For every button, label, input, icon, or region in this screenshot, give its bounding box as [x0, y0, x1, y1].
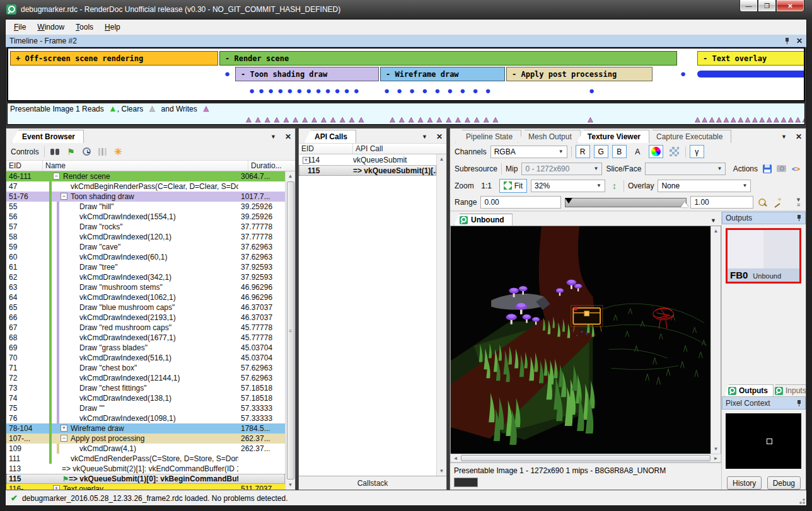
texture-preview-image[interactable]: [451, 226, 710, 454]
event-row[interactable]: 60 ⚑ vkCmdDrawIndexed(60,1) 37.62963: [6, 252, 285, 262]
tab-event-browser[interactable]: Event Browser: [11, 130, 84, 143]
texture-hscrollbar[interactable]: ◄ ►: [450, 454, 721, 462]
range-min-field[interactable]: 0.00: [480, 196, 561, 209]
red-channel-button[interactable]: R: [576, 145, 590, 158]
slice-face-select[interactable]: ▼: [645, 163, 726, 175]
zoom-percent-select[interactable]: 32%▼: [531, 180, 605, 192]
event-row[interactable]: 66 ⚑ vkCmdDrawIndexed(2193,1) 46.37037: [6, 313, 285, 323]
mip-select[interactable]: 0 - 1272x690▼: [521, 163, 602, 175]
close-icon[interactable]: ✕: [796, 37, 803, 45]
event-row[interactable]: 113 ⚑ => vkQueueSubmit(2)[1]: vkEndComma…: [6, 464, 285, 474]
usage-marker-cluster[interactable]: ▲: [586, 115, 596, 124]
callstack-footer[interactable]: Callstack: [299, 476, 446, 490]
timeline-track[interactable]: + Off-screen scene rendering- Render sce…: [7, 47, 805, 101]
menu-item[interactable]: Window: [32, 21, 70, 33]
usage-marker-cluster[interactable]: ▲▲▲▲▲▲▲▲▲▲▲▲: [388, 115, 501, 124]
event-row[interactable]: 74 ⚑ vkCmdDrawIndexed(138,1) 57.18518: [6, 393, 285, 403]
event-row[interactable]: 116-... + ⚑ Text overlay 511.7037: [6, 484, 285, 490]
scrollbar-thumb[interactable]: [461, 455, 710, 461]
chevron-down-icon[interactable]: ▼: [781, 134, 787, 140]
debug-button[interactable]: Debug: [767, 476, 801, 490]
timeline-draw-dots[interactable]: ●: [224, 69, 234, 78]
checkerboard-background-button[interactable]: [667, 145, 682, 158]
event-row[interactable]: 115 ⚑ => vkQueueSubmit(1)[0]: vkBeginCom…: [6, 474, 285, 484]
event-row[interactable]: 51-76 − ⚑ Toon shading draw 1017.7...: [6, 192, 285, 202]
timeline-section-bar[interactable]: + Off-screen scene rendering: [10, 51, 218, 66]
api-call-row[interactable]: 115 => vkQueueSubmit(1)[...: [299, 165, 436, 176]
event-row[interactable]: 46-111 − ⚑ Render scene 3064.7...: [6, 171, 285, 181]
zoom-1to1-button[interactable]: 1:1: [478, 179, 496, 192]
event-row[interactable]: 47 ⚑ vkCmdBeginRenderPass(C=Clear, D=Cle…: [6, 181, 285, 192]
save-texture-icon[interactable]: [762, 164, 772, 174]
timeline-section-bar[interactable]: - Render scene: [219, 51, 677, 66]
event-row[interactable]: 62 ⚑ vkCmdDrawIndexed(342,1) 37.92593: [6, 272, 285, 282]
event-row[interactable]: 63 ⚑ Draw "mushroom stems" 46.96296: [6, 282, 285, 292]
column-duration[interactable]: Duratio...: [248, 161, 295, 171]
scroll-up-icon[interactable]: ▲: [437, 154, 446, 164]
flip-vertical-icon[interactable]: ↕: [609, 181, 620, 191]
gamma-button[interactable]: γ: [690, 145, 704, 158]
snapshot-icon[interactable]: [776, 164, 787, 174]
toolbar-overflow-icon[interactable]: ▼≡: [796, 197, 801, 207]
alpha-channel-button[interactable]: A: [630, 145, 645, 158]
scroll-down-icon[interactable]: ▼: [286, 480, 295, 490]
black-point-handle[interactable]: [565, 198, 572, 204]
expander-icon[interactable]: +: [303, 157, 310, 164]
pixel-context-header[interactable]: Pixel Context: [722, 397, 806, 410]
event-row[interactable]: 75 ⚑ Draw "" 57.33333: [6, 403, 285, 413]
color-wheel-button[interactable]: [649, 145, 663, 158]
event-row[interactable]: 57 ⚑ Draw "rocks" 37.77778: [6, 222, 285, 232]
minimize-button[interactable]: —: [740, 0, 758, 12]
column-eid[interactable]: EID: [299, 144, 353, 154]
timeline-draw-dots[interactable]: ●: [680, 69, 690, 78]
pixel-context-view[interactable]: [726, 413, 801, 469]
find-icon[interactable]: [50, 147, 61, 157]
tab-inputs[interactable]: Inputs: [771, 384, 806, 396]
event-row[interactable]: 61 ⚑ Draw "tree" 37.92593: [6, 262, 285, 272]
texture-vscrollbar[interactable]: ▲ ▼: [710, 226, 721, 454]
event-row[interactable]: 76 ⚑ vkCmdDrawIndexed(1098,1) 57.33333: [6, 413, 285, 423]
fb0-thumbnail[interactable]: FB0 Unbound: [726, 228, 801, 284]
scroll-down-icon[interactable]: ▼: [437, 466, 446, 476]
scroll-up-icon[interactable]: ▲: [286, 171, 295, 181]
chevron-down-icon[interactable]: ▼: [270, 134, 276, 140]
statistics-icon[interactable]: [97, 147, 108, 157]
range-slider[interactable]: [565, 198, 687, 207]
event-row[interactable]: 111 ⚑ vkCmdEndRenderPass(C=Store, D=Stor…: [6, 454, 285, 464]
timeline-draw-dots[interactable]: ●●●●●●●●●●●●: [249, 86, 363, 95]
range-max-field[interactable]: 1.00: [690, 196, 753, 209]
event-row[interactable]: 65 ⚑ Draw "blue mushroom caps" 46.37037: [6, 302, 285, 313]
range-wand-icon[interactable]: [772, 197, 782, 207]
event-row[interactable]: 107-... − ⚑ Apply post processing 262.37…: [6, 433, 285, 444]
overlay-select[interactable]: None▼: [658, 180, 751, 192]
event-row[interactable]: 68 ⚑ vkCmdDrawIndexed(1677,1) 45.77778: [6, 333, 285, 343]
chevron-down-icon[interactable]: ▼: [705, 217, 721, 226]
timeline-panel-header[interactable]: Timeline - Frame #2 ✕: [6, 35, 806, 47]
open-custom-shader-icon[interactable]: <>: [791, 164, 801, 174]
event-row[interactable]: 72 ⚑ vkCmdDrawIndexed(12144,1) 57.62963: [6, 373, 285, 383]
pin-icon[interactable]: [796, 214, 802, 222]
expander-icon[interactable]: +: [53, 485, 60, 490]
expander-icon[interactable]: −: [61, 193, 67, 200]
event-row[interactable]: 59 ⚑ Draw "cave" 37.62963: [6, 242, 285, 252]
scroll-right-icon[interactable]: ►: [711, 454, 721, 462]
resize-grip[interactable]: [798, 497, 805, 504]
maximize-button[interactable]: ❐: [758, 0, 776, 12]
event-row[interactable]: 56 ⚑ vkCmdDrawIndexed(1554,1) 39.25926: [6, 212, 285, 222]
close-icon[interactable]: ✕: [796, 133, 802, 141]
event-row[interactable]: 71 ⚑ Draw "chest box" 57.62963: [6, 363, 285, 373]
menu-item[interactable]: Tools: [70, 21, 99, 33]
event-row[interactable]: 73 ⚑ Draw "chest fittings" 57.18518: [6, 383, 285, 393]
scroll-down-icon[interactable]: ▼: [711, 444, 721, 454]
close-button[interactable]: ✕: [776, 0, 804, 12]
panel-tab[interactable]: Pipeline State: [455, 130, 521, 143]
history-button[interactable]: History: [727, 476, 762, 490]
close-icon[interactable]: ✕: [436, 133, 443, 141]
timeline-section-bar[interactable]: - Toon shading draw: [235, 67, 379, 81]
expander-icon[interactable]: −: [53, 173, 60, 180]
scroll-left-icon[interactable]: ◄: [451, 454, 460, 462]
api-calls-scrollbar[interactable]: ▲ ▼: [436, 154, 446, 476]
event-row[interactable]: 109 ⚑ vkCmdDraw(4,1) 262.37...: [6, 444, 285, 454]
white-point-handle[interactable]: [681, 202, 688, 207]
green-channel-button[interactable]: G: [594, 145, 608, 158]
